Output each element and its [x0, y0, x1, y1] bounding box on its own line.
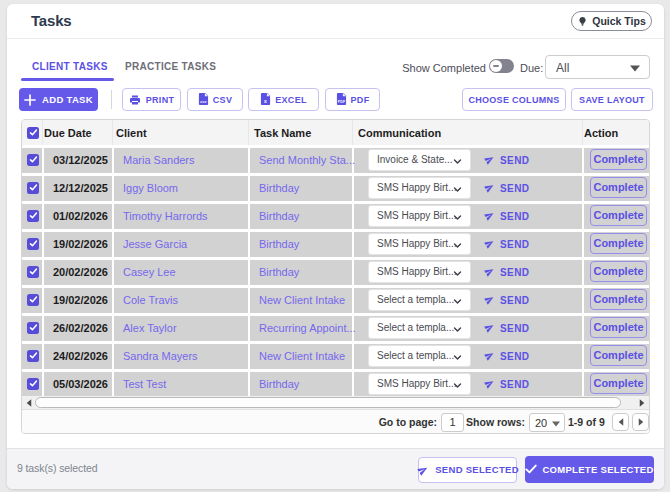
svg-text:x: x	[264, 98, 267, 104]
svg-text:csv: csv	[200, 100, 207, 104]
svg-text:PDF: PDF	[337, 100, 344, 104]
